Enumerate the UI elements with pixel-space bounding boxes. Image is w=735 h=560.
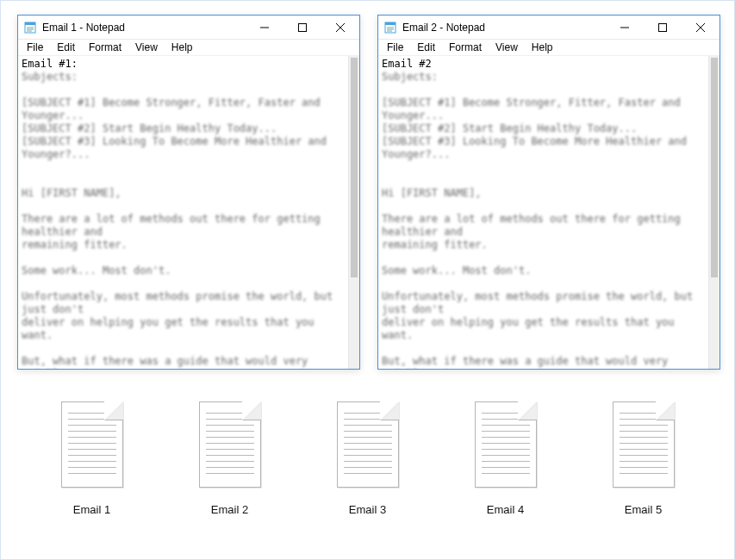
file-icon-email-1[interactable]: Email 1 [40,398,144,516]
svg-rect-1 [25,22,35,25]
desktop: Email 1 - Notepad File Edit Format View … [1,1,734,559]
svg-rect-6 [299,23,307,31]
vertical-scrollbar[interactable] [708,56,719,369]
notepad-window-2: Email 2 - Notepad File Edit Format View … [377,15,720,370]
menu-file[interactable]: File [382,40,408,55]
menu-help[interactable]: Help [166,40,198,55]
window-title: Email 1 - Notepad [42,22,125,34]
menubar: File Edit Format View Help [18,40,359,56]
file-icon-email-2[interactable]: Email 2 [178,398,282,516]
vertical-scrollbar[interactable] [348,56,359,369]
menubar: File Edit Format View Help [378,40,719,56]
menu-view[interactable]: View [490,40,523,55]
file-icon-email-5[interactable]: Email 5 [592,398,695,516]
titlebar[interactable]: Email 2 - Notepad [378,16,719,40]
menu-file[interactable]: File [22,40,48,55]
body-text: Subjects: [SUBJECT #1] Become Stronger, … [22,71,339,369]
file-label: Email 2 [211,503,248,516]
document-icon [330,398,406,491]
body-text: Subjects: [SUBJECT #1] Become Stronger, … [382,71,699,369]
document-icon [54,398,130,491]
menu-format[interactable]: Format [84,40,127,55]
menu-edit[interactable]: Edit [52,40,80,55]
scrollbar-thumb[interactable] [351,58,358,277]
file-label: Email 4 [487,503,524,516]
minimize-button[interactable] [606,16,644,40]
editor-area: Email #1: Subjects: [SUBJECT #1] Become … [18,56,359,369]
document-icon [606,398,682,491]
svg-rect-10 [385,22,396,25]
notepad-icon [23,21,37,34]
menu-view[interactable]: View [130,40,163,55]
notepad-icon [383,21,397,34]
close-button[interactable] [321,16,359,40]
maximize-button[interactable] [644,16,682,40]
first-line: Email #2 [382,58,432,70]
scrollbar-thumb[interactable] [711,58,718,277]
svg-rect-15 [659,23,667,31]
file-icon-email-3[interactable]: Email 3 [316,398,420,516]
window-title: Email 2 - Notepad [402,22,485,34]
first-line: Email #1: [22,58,78,70]
document-icon [468,398,544,491]
editor-area: Email #2 Subjects: [SUBJECT #1] Become S… [378,56,719,369]
close-button[interactable] [682,16,719,40]
text-editor[interactable]: Email #1: Subjects: [SUBJECT #1] Become … [18,56,348,369]
minimize-button[interactable] [246,16,283,40]
file-label: Email 5 [625,503,662,516]
menu-format[interactable]: Format [444,40,487,55]
maximize-button[interactable] [283,16,321,40]
notepad-window-1: Email 1 - Notepad File Edit Format View … [17,15,360,370]
document-icon [192,398,268,491]
file-icon-email-4[interactable]: Email 4 [454,398,557,516]
menu-help[interactable]: Help [526,40,558,55]
text-editor[interactable]: Email #2 Subjects: [SUBJECT #1] Become S… [378,56,708,369]
file-label: Email 1 [73,503,110,516]
file-icons-row: Email 1 Email 2 Email 3 Email 4 Email 5 [1,398,734,516]
file-label: Email 3 [349,503,386,516]
titlebar[interactable]: Email 1 - Notepad [18,16,359,40]
menu-edit[interactable]: Edit [412,40,440,55]
